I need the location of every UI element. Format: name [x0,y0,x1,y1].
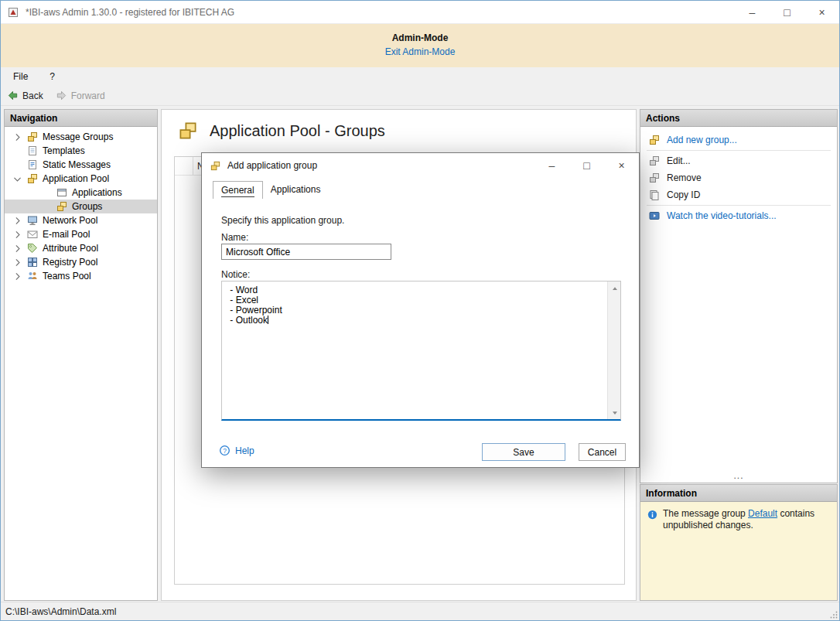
teams-icon [26,270,39,282]
action-copy-id[interactable]: Copy ID [640,186,837,203]
notice-text: - Word - Excel - Powerpoint - Outlook [227,285,603,416]
chevron-right-icon[interactable] [12,258,26,268]
sidebar-item-label: Network Pool [43,215,97,226]
email-icon [26,228,39,241]
boxes-icon [177,120,199,142]
boxes-icon [26,131,39,143]
text-cursor [268,316,268,324]
name-label: Name: [221,232,248,243]
forward-button[interactable]: Forward [56,90,105,101]
minimize-button[interactable]: – [735,1,770,23]
sidebar-item-label: E-mail Pool [43,229,90,240]
add-application-group-dialog: Add application group – □ × General Appl… [201,152,640,468]
action-label: Edit... [667,155,691,166]
dialog-minimize-button[interactable]: – [534,153,569,178]
notice-value: - Word - Excel - Powerpoint - Outlook [227,285,282,326]
information-message: The message group Default contains unpub… [663,508,831,531]
sidebar-item-attribute-pool[interactable]: Attribute Pool [5,241,157,255]
scrollbar[interactable] [607,281,620,419]
action-label: Watch the video-tutorials... [667,210,777,221]
dialog-description: Specify this application group. [221,215,344,226]
sidebar-item-label: Registry Pool [43,257,97,268]
action-label: Add new group... [667,135,737,145]
chevron-right-icon[interactable] [12,216,26,226]
help-label: Help [235,445,254,456]
sidebar-item-static-messages[interactable]: Static Messages [5,158,157,172]
info-text: The message group [663,508,748,519]
navigation-tree: Message Groups Templates Static Messages… [5,127,157,283]
dialog-title: Add application group [227,160,317,171]
divider [647,205,831,206]
maximize-button[interactable]: □ [770,1,804,23]
menu-help[interactable]: ? [50,71,55,82]
forward-arrow-icon [56,90,67,101]
action-edit[interactable]: Edit... [640,152,837,169]
app-window: *IBI-aws Admin 1.30.0 - registered for I… [0,0,840,621]
actions-overflow-handle[interactable]: ... [640,470,837,481]
sidebar-item-teams-pool[interactable]: Teams Pool [5,269,157,283]
tab-applications[interactable]: Applications [263,181,329,199]
back-arrow-icon [7,90,19,101]
exit-admin-mode-link[interactable]: Exit Admin-Mode [385,46,456,57]
actions-header: Actions [640,110,837,127]
notice-textarea[interactable]: - Word - Excel - Powerpoint - Outlook [221,281,621,421]
dialog-close-button[interactable]: × [604,153,639,178]
copy-icon [648,189,661,201]
action-watch-video-tutorials[interactable]: Watch the video-tutorials... [640,207,837,224]
list-selector-column [175,157,193,175]
scroll-up-icon[interactable] [608,281,621,295]
app-icon [7,6,19,19]
save-button[interactable]: Save [482,443,565,461]
help-link[interactable]: Help [219,445,254,456]
sidebar-item-message-groups[interactable]: Message Groups [5,130,157,144]
tab-general[interactable]: General [213,181,263,199]
chevron-down-icon[interactable] [12,174,26,184]
sidebar-item-registry-pool[interactable]: Registry Pool [5,255,157,269]
action-remove[interactable]: Remove [640,169,837,186]
navigation-panel: Navigation Message Groups Templates Stat… [4,109,158,601]
actions-panel: Actions Add new group... Edit... Remove … [640,109,838,483]
divider [647,150,831,151]
action-add-new-group[interactable]: Add new group... [640,131,837,148]
dialog-maximize-button[interactable]: □ [569,153,604,178]
sidebar-item-groups[interactable]: Groups [5,200,157,213]
chevron-right-icon[interactable] [12,132,26,142]
sidebar-item-label: Templates [43,145,85,156]
group-name-input[interactable] [221,244,391,260]
boxes-icon [210,160,221,172]
forward-label: Forward [71,90,105,101]
remove-box-icon [648,172,661,184]
chevron-right-icon[interactable] [12,271,26,281]
menu-bar: File ? [1,67,839,86]
close-button[interactable]: × [804,1,839,23]
admin-mode-label: Admin-Mode [1,32,839,43]
cancel-button[interactable]: Cancel [579,443,626,461]
navigation-header: Navigation [5,110,157,127]
sidebar-item-templates[interactable]: Templates [5,144,157,158]
template-icon [26,145,39,157]
network-icon [26,214,39,227]
scroll-down-icon[interactable] [608,406,621,419]
sidebar-item-email-pool[interactable]: E-mail Pool [5,227,157,241]
sidebar-item-application-pool[interactable]: Application Pool [5,172,157,186]
info-icon [647,509,658,520]
window-title: *IBI-aws Admin 1.30.0 - registered for I… [26,7,234,18]
resize-grip-icon[interactable] [830,611,838,619]
navigation-toolbar: Back Forward [1,86,839,106]
chevron-right-icon[interactable] [12,230,26,240]
sidebar-item-network-pool[interactable]: Network Pool [5,213,157,227]
page-title: Application Pool - Groups [210,122,385,140]
sidebar-item-applications[interactable]: Applications [5,186,157,200]
sidebar-item-label: Message Groups [43,131,113,142]
registry-icon [26,256,39,268]
action-label: Copy ID [667,189,700,200]
menu-file[interactable]: File [13,71,28,82]
chevron-right-icon[interactable] [12,244,26,254]
video-icon [648,210,661,222]
status-path: C:\IBI-aws\Admin\Data.xml [5,606,116,617]
information-header: Information [640,485,837,502]
default-message-group-link[interactable]: Default [748,508,777,519]
sidebar-item-label: Static Messages [43,159,111,170]
back-button[interactable]: Back [7,90,43,101]
title-bar: *IBI-aws Admin 1.30.0 - registered for I… [1,1,839,24]
